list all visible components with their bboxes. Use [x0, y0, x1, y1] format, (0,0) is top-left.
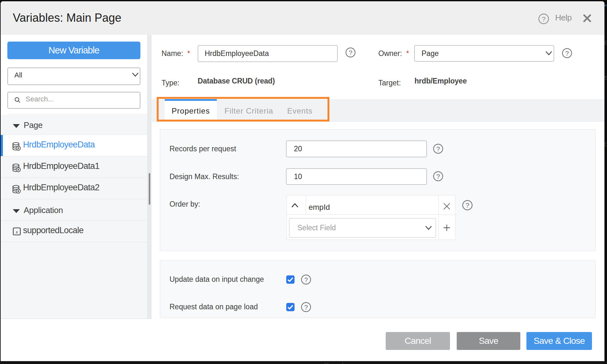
- svg-text:?: ?: [466, 202, 469, 209]
- svg-text:?: ?: [436, 146, 440, 153]
- svg-text:?: ?: [304, 304, 308, 311]
- svg-text:?: ?: [349, 49, 352, 56]
- svg-text:x: x: [16, 230, 18, 234]
- svg-text:?: ?: [304, 276, 308, 283]
- svg-text:?: ?: [542, 15, 546, 23]
- svg-text:?: ?: [436, 173, 440, 180]
- svg-text:?: ?: [565, 50, 569, 57]
